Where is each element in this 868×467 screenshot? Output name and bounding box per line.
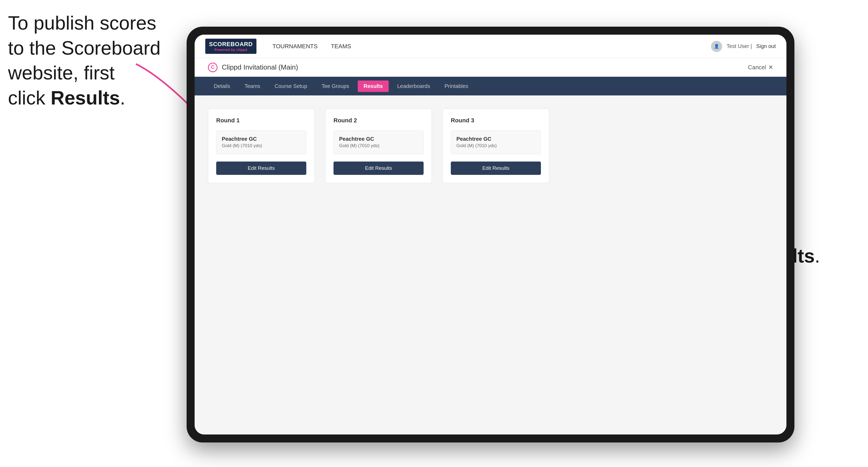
- tab-details[interactable]: Details: [208, 81, 236, 92]
- tournament-name: Clippd Invitational (Main): [222, 63, 298, 71]
- tablet-device: SCOREBOARD Powered by clippd TOURNAMENTS…: [187, 27, 795, 442]
- round-3-edit-results-button[interactable]: Edit Results: [451, 161, 541, 175]
- round-1-course-card: Peachtree GC Gold (M) (7010 yds): [216, 130, 306, 154]
- nav-right: 👤 Test User | Sign out: [711, 41, 776, 52]
- round-2-column: Round 2 Peachtree GC Gold (M) (7010 yds)…: [325, 109, 432, 183]
- round-1-edit-results-button[interactable]: Edit Results: [216, 161, 306, 175]
- main-content: Round 1 Peachtree GC Gold (M) (7010 yds)…: [195, 95, 786, 434]
- round-1-course-name: Peachtree GC: [222, 136, 301, 142]
- top-nav: SCOREBOARD Powered by clippd TOURNAMENTS…: [195, 35, 786, 58]
- instruction-left: To publish scores to the Scoreboard webs…: [8, 11, 160, 111]
- tab-course-setup[interactable]: Course Setup: [269, 81, 313, 92]
- tab-tee-groups[interactable]: Tee Groups: [316, 81, 355, 92]
- round-3-title: Round 3: [451, 117, 541, 124]
- tab-teams[interactable]: Teams: [239, 81, 266, 92]
- sub-header: C Clippd Invitational (Main) Cancel ✕: [195, 58, 786, 77]
- round-2-course-details: Gold (M) (7010 yds): [339, 143, 418, 149]
- round-2-course-name: Peachtree GC: [339, 136, 418, 142]
- nav-teams[interactable]: TEAMS: [331, 43, 351, 50]
- cancel-button[interactable]: Cancel ✕: [748, 64, 773, 71]
- close-icon: ✕: [768, 64, 773, 71]
- round-1-course-details: Gold (M) (7010 yds): [222, 143, 301, 149]
- nav-tournaments[interactable]: TOURNAMENTS: [273, 43, 318, 50]
- tab-results[interactable]: Results: [358, 81, 389, 92]
- round-3-course-card: Peachtree GC Gold (M) (7010 yds): [451, 130, 541, 154]
- signout-link[interactable]: Sign out: [756, 43, 776, 49]
- user-text: Test User |: [726, 43, 752, 49]
- tab-printables[interactable]: Printables: [438, 81, 474, 92]
- nav-links: TOURNAMENTS TEAMS: [273, 43, 711, 50]
- tournament-icon: C: [208, 63, 218, 72]
- rounds-grid: Round 1 Peachtree GC Gold (M) (7010 yds)…: [208, 109, 773, 183]
- tab-leaderboards[interactable]: Leaderboards: [391, 81, 436, 92]
- round-3-course-name: Peachtree GC: [456, 136, 535, 142]
- tab-nav: Details Teams Course Setup Tee Groups Re…: [195, 77, 786, 95]
- logo-area: SCOREBOARD Powered by clippd: [205, 39, 256, 54]
- round-2-edit-results-button[interactable]: Edit Results: [334, 161, 424, 175]
- round-1-column: Round 1 Peachtree GC Gold (M) (7010 yds)…: [208, 109, 315, 183]
- round-3-column: Round 3 Peachtree GC Gold (M) (7010 yds)…: [442, 109, 549, 183]
- round-2-title: Round 2: [334, 117, 424, 124]
- scoreboard-logo: SCOREBOARD Powered by clippd: [205, 39, 256, 54]
- user-avatar: 👤: [711, 41, 722, 52]
- round-2-course-card: Peachtree GC Gold (M) (7010 yds): [334, 130, 424, 154]
- round-3-course-details: Gold (M) (7010 yds): [456, 143, 535, 149]
- tournament-title: C Clippd Invitational (Main): [208, 63, 748, 72]
- round-1-title: Round 1: [216, 117, 306, 124]
- tablet-screen: SCOREBOARD Powered by clippd TOURNAMENTS…: [195, 35, 786, 434]
